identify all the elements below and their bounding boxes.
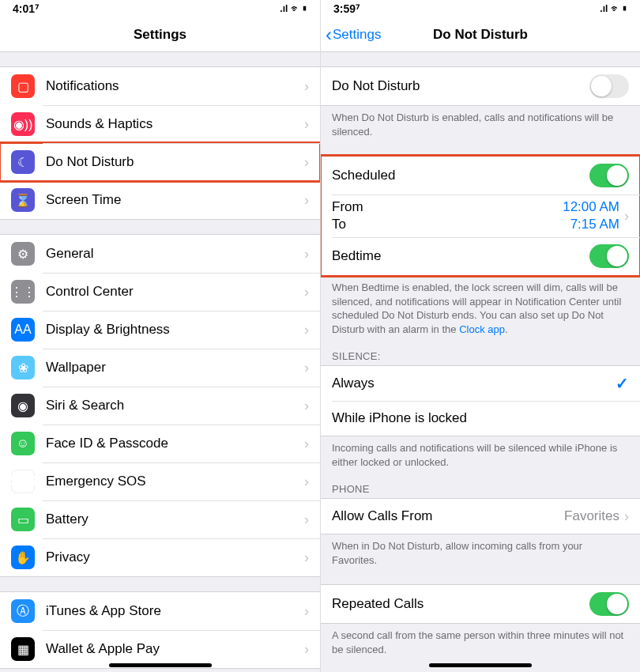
chevron-right-icon: › bbox=[304, 116, 309, 133]
settings-row-face-id-passcode[interactable]: ☺Face ID & Passcode› bbox=[0, 425, 320, 462]
chevron-right-icon: › bbox=[304, 154, 309, 171]
chevron-right-icon: › bbox=[304, 398, 309, 414]
row-label: Do Not Disturb bbox=[332, 78, 589, 94]
dnd-toggle-row[interactable]: Do Not Disturb bbox=[321, 67, 640, 105]
row-label: Sounds & Haptics bbox=[46, 116, 304, 132]
row-label: Bedtime bbox=[332, 248, 589, 264]
wallet-icon: ▦ bbox=[11, 637, 35, 661]
chevron-right-icon: › bbox=[304, 603, 309, 620]
settings-row-wallet-apple-pay[interactable]: ▦Wallet & Apple Pay› bbox=[0, 630, 320, 668]
settings-row-wallpaper[interactable]: ❀Wallpaper› bbox=[0, 349, 320, 387]
chevron-right-icon: › bbox=[304, 360, 309, 376]
siri-icon: ◉ bbox=[11, 394, 35, 417]
settings-row-display-brightness[interactable]: AADisplay & Brightness› bbox=[0, 311, 320, 349]
back-button[interactable]: ‹ Settings bbox=[326, 25, 381, 44]
control-center-icon: ⋮⋮ bbox=[11, 280, 35, 304]
status-indicators: .ıl ᯤ ▮ bbox=[600, 3, 627, 14]
chevron-right-icon: › bbox=[624, 508, 629, 525]
chevron-right-icon: › bbox=[304, 512, 309, 528]
status-time: 4:01⁷ bbox=[13, 2, 40, 15]
silence-always-row[interactable]: Always ✓ bbox=[321, 366, 640, 401]
settings-row-notifications[interactable]: ▢Notifications› bbox=[0, 67, 320, 105]
row-label: Repeated Calls bbox=[332, 596, 589, 612]
silence-locked-row[interactable]: While iPhone is locked bbox=[321, 401, 640, 436]
settings-row-general[interactable]: ⚙General› bbox=[0, 235, 320, 273]
clock-app-link[interactable]: Clock app bbox=[459, 323, 505, 335]
row-label: Wallet & Apple Pay bbox=[46, 641, 304, 657]
settings-row-emergency-sos[interactable]: SOSEmergency SOS› bbox=[0, 462, 320, 500]
dnd-toggle[interactable] bbox=[589, 74, 629, 98]
settings-row-battery[interactable]: ▭Battery› bbox=[0, 500, 320, 538]
scheduled-row[interactable]: Scheduled bbox=[321, 157, 640, 194]
chevron-right-icon: › bbox=[304, 474, 309, 490]
chevron-right-icon: › bbox=[304, 78, 309, 95]
privacy-icon: ✋ bbox=[11, 546, 35, 569]
dnd-screen: 3:59⁷ .ıl ᯤ ▮ ‹ Settings Do Not Disturb … bbox=[320, 0, 640, 672]
settings-row-itunes-app-store[interactable]: ⒶiTunes & App Store› bbox=[0, 592, 320, 630]
page-title: Settings bbox=[134, 27, 186, 43]
bedtime-toggle[interactable] bbox=[589, 244, 629, 268]
settings-list[interactable]: ▢Notifications›◉))Sounds & Haptics›☾Do N… bbox=[0, 52, 320, 672]
chevron-right-icon: › bbox=[304, 192, 309, 209]
settings-row-privacy[interactable]: ✋Privacy› bbox=[0, 538, 320, 576]
silence-header: SILENCE: bbox=[321, 339, 640, 365]
notifications-icon: ▢ bbox=[11, 74, 35, 98]
status-indicators: .ıl ᯤ ▮ bbox=[280, 3, 307, 14]
row-label: iTunes & App Store bbox=[46, 603, 304, 619]
settings-row-control-center[interactable]: ⋮⋮Control Center› bbox=[0, 273, 320, 311]
from-value: 12:00 AM bbox=[563, 199, 619, 215]
row-label: Allow Calls From bbox=[332, 508, 564, 524]
status-bar: 3:59⁷ .ıl ᯤ ▮ bbox=[321, 0, 640, 17]
schedule-time-row[interactable]: From To 12:00 AM 7:15 AM › bbox=[321, 194, 640, 237]
row-label: Notifications bbox=[46, 78, 304, 94]
appstore-icon: Ⓐ bbox=[11, 599, 35, 623]
navbar: Settings bbox=[0, 17, 320, 52]
settings-row-sounds-haptics[interactable]: ◉))Sounds & Haptics› bbox=[0, 105, 320, 143]
allow-calls-row[interactable]: Allow Calls From Favorites › bbox=[321, 499, 640, 534]
chevron-right-icon: › bbox=[304, 641, 309, 658]
from-label: From bbox=[332, 199, 563, 215]
chevron-right-icon: › bbox=[624, 208, 629, 225]
dnd-list[interactable]: Do Not Disturb When Do Not Disturb is en… bbox=[321, 52, 640, 672]
status-time: 3:59⁷ bbox=[333, 2, 360, 15]
row-label: Always bbox=[332, 376, 616, 391]
row-label: Privacy bbox=[46, 549, 304, 565]
home-indicator[interactable] bbox=[109, 663, 212, 667]
back-label: Settings bbox=[333, 27, 381, 43]
chevron-right-icon: › bbox=[304, 246, 309, 262]
repeated-calls-row[interactable]: Repeated Calls bbox=[321, 585, 640, 623]
chevron-right-icon: › bbox=[304, 284, 309, 300]
chevron-right-icon: › bbox=[304, 436, 309, 452]
settings-row-screen-time[interactable]: ⌛Screen Time› bbox=[0, 181, 320, 219]
row-label: Scheduled bbox=[332, 168, 589, 183]
dnd-icon: ☾ bbox=[11, 150, 35, 174]
dnd-footer: When Do Not Disturb is enabled, calls an… bbox=[321, 106, 640, 142]
silence-footer: Incoming calls and notifications will be… bbox=[321, 436, 640, 472]
repeated-toggle[interactable] bbox=[589, 592, 629, 616]
row-label: Display & Brightness bbox=[46, 322, 304, 338]
wallpaper-icon: ❀ bbox=[11, 356, 35, 379]
settings-row-siri-search[interactable]: ◉Siri & Search› bbox=[0, 387, 320, 425]
status-bar: 4:01⁷ .ıl ᯤ ▮ bbox=[0, 0, 320, 17]
general-icon: ⚙ bbox=[11, 242, 35, 266]
home-indicator[interactable] bbox=[429, 663, 532, 667]
schedule-group: Scheduled From To 12:00 AM 7:15 AM › Bed… bbox=[321, 156, 640, 276]
row-label: General bbox=[46, 246, 304, 262]
row-label: Battery bbox=[46, 512, 304, 527]
row-label: Face ID & Passcode bbox=[46, 436, 304, 451]
chevron-left-icon: ‹ bbox=[326, 25, 332, 44]
bedtime-footer: When Bedtime is enabled, the lock screen… bbox=[321, 276, 640, 339]
bedtime-row[interactable]: Bedtime bbox=[321, 237, 640, 275]
scheduled-toggle[interactable] bbox=[589, 164, 629, 187]
row-label: Do Not Disturb bbox=[46, 154, 304, 170]
settings-screen: 4:01⁷ .ıl ᯤ ▮ Settings ▢Notifications›◉)… bbox=[0, 0, 320, 672]
to-value: 7:15 AM bbox=[570, 217, 619, 232]
allow-calls-footer: When in Do Not Disturb, allow incoming c… bbox=[321, 534, 640, 570]
chevron-right-icon: › bbox=[304, 549, 309, 566]
settings-row-do-not-disturb[interactable]: ☾Do Not Disturb› bbox=[0, 143, 320, 181]
page-title: Do Not Disturb bbox=[433, 27, 528, 43]
repeated-footer: A second call from the same person withi… bbox=[321, 624, 640, 659]
row-label: Siri & Search bbox=[46, 398, 304, 413]
to-label: To bbox=[332, 217, 563, 232]
sos-icon: SOS bbox=[11, 470, 35, 493]
